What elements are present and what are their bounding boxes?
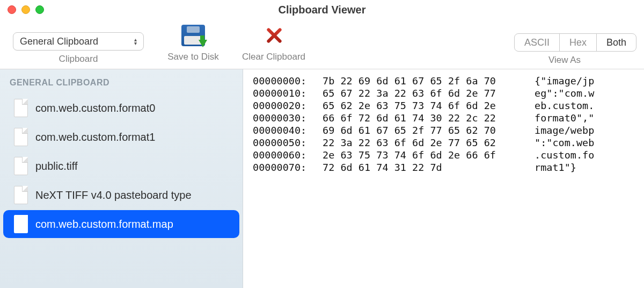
minimize-window-button[interactable] xyxy=(21,5,30,14)
save-to-disk-button[interactable] xyxy=(180,23,206,48)
hex-view: 00000000: 7b 22 69 6d 61 67 65 2f 6a 70 … xyxy=(243,69,644,288)
clear-group: Clear Clipboard xyxy=(231,23,317,62)
window-title: Clipboard Viewer xyxy=(278,4,365,16)
zoom-window-button[interactable] xyxy=(35,5,44,14)
hex-ascii: format0"," xyxy=(535,112,634,124)
clear-clipboard-button[interactable] xyxy=(261,23,287,48)
hex-ascii: .custom.fo xyxy=(535,149,634,161)
hex-bytes: 2e 63 75 73 74 6f 6d 2e 66 6f xyxy=(323,149,535,161)
hex-offset: 00000070: xyxy=(253,161,323,174)
viewas-both[interactable]: Both xyxy=(596,33,636,52)
save-group: Save to Disk xyxy=(156,23,231,62)
titlebar: Clipboard Viewer xyxy=(0,0,644,19)
sidebar: General Clipboard com.web.custom.format0… xyxy=(0,69,243,288)
hex-offset: 00000020: xyxy=(253,99,323,112)
hex-row: 00000010: 65 67 22 3a 22 63 6f 6d 2e 77 … xyxy=(253,87,634,99)
list-item[interactable]: com.web.custom.format0 xyxy=(3,94,239,122)
sidebar-header: General Clipboard xyxy=(0,75,243,93)
hex-offset: 00000030: xyxy=(253,112,323,124)
floppy-disk-icon xyxy=(181,25,205,46)
clipboard-select[interactable]: General Clipboard ▴▾ xyxy=(13,32,144,51)
x-icon xyxy=(263,25,284,46)
hex-row: 00000060: 2e 63 75 73 74 6f 6d 2e 66 6f … xyxy=(253,149,634,161)
hex-bytes: 7b 22 69 6d 61 67 65 2f 6a 70 xyxy=(323,75,535,87)
hex-row: 00000020: 65 62 2e 63 75 73 74 6f 6d 2e … xyxy=(253,99,634,112)
chevron-up-down-icon: ▴▾ xyxy=(134,38,137,45)
clipboard-group: General Clipboard ▴▾ Clipboard xyxy=(8,23,149,64)
file-icon xyxy=(14,186,28,204)
close-window-button[interactable] xyxy=(8,5,16,14)
file-icon xyxy=(14,99,28,117)
clipboard-select-value: General Clipboard xyxy=(20,36,98,47)
hex-ascii: eb.custom. xyxy=(535,99,634,112)
file-icon xyxy=(14,157,28,175)
viewas-ascii[interactable]: ASCII xyxy=(514,33,560,52)
list-item[interactable]: NeXT TIFF v4.0 pasteboard type xyxy=(3,181,239,209)
hex-offset: 00000060: xyxy=(253,149,323,161)
hex-ascii: {"image/jp xyxy=(535,75,634,87)
list-item-label: com.web.custom.format1 xyxy=(35,131,155,143)
list-item[interactable]: public.tiff xyxy=(3,152,239,180)
hex-row: 00000000: 7b 22 69 6d 61 67 65 2f 6a 70 … xyxy=(253,75,634,87)
hex-offset: 00000050: xyxy=(253,136,323,149)
viewas-group: ASCII Hex Both View As xyxy=(514,23,636,66)
hex-ascii: rmat1"} xyxy=(535,161,634,174)
hex-bytes: 66 6f 72 6d 61 74 30 22 2c 22 xyxy=(323,112,535,124)
hex-row: 00000040: 69 6d 61 67 65 2f 77 65 62 70 … xyxy=(253,124,634,136)
hex-bytes: 72 6d 61 74 31 22 7d xyxy=(323,161,535,174)
hex-offset: 00000010: xyxy=(253,87,323,99)
viewas-hex[interactable]: Hex xyxy=(559,33,597,52)
traffic-lights xyxy=(8,5,44,14)
list-item-label: com.web.custom.format0 xyxy=(35,102,155,114)
content: General Clipboard com.web.custom.format0… xyxy=(0,69,644,288)
hex-offset: 00000040: xyxy=(253,124,323,136)
file-icon xyxy=(14,128,28,146)
hex-bytes: 65 62 2e 63 75 73 74 6f 6d 2e xyxy=(323,99,535,112)
file-icon xyxy=(14,215,28,233)
clear-label: Clear Clipboard xyxy=(242,52,305,62)
hex-row: 00000050: 22 3a 22 63 6f 6d 2e 77 65 62 … xyxy=(253,136,634,149)
save-label: Save to Disk xyxy=(167,52,218,62)
hex-bytes: 65 67 22 3a 22 63 6f 6d 2e 77 xyxy=(323,87,535,99)
hex-bytes: 69 6d 61 67 65 2f 77 65 62 70 xyxy=(323,124,535,136)
toolbar: General Clipboard ▴▾ Clipboard Save to D… xyxy=(0,19,644,69)
hex-ascii: eg":"com.w xyxy=(535,87,634,99)
list-item[interactable]: com.web.custom.format1 xyxy=(3,123,239,151)
hex-offset: 00000000: xyxy=(253,75,323,87)
hex-row: 00000030: 66 6f 72 6d 61 74 30 22 2c 22 … xyxy=(253,112,634,124)
hex-bytes: 22 3a 22 63 6f 6d 2e 77 65 62 xyxy=(323,136,535,149)
viewas-label: View As xyxy=(548,55,581,66)
viewas-segmented: ASCII Hex Both xyxy=(514,33,636,52)
clipboard-label: Clipboard xyxy=(59,54,98,64)
hex-ascii: ":"com.web xyxy=(535,136,634,149)
list-item-label: public.tiff xyxy=(35,160,78,172)
hex-ascii: image/webp xyxy=(535,124,634,136)
list-item-label: NeXT TIFF v4.0 pasteboard type xyxy=(35,189,192,201)
hex-row: 00000070: 72 6d 61 74 31 22 7d rmat1"} xyxy=(253,161,634,174)
list-item[interactable]: com.web.custom.format.map xyxy=(3,210,239,238)
list-item-label: com.web.custom.format.map xyxy=(35,218,173,231)
